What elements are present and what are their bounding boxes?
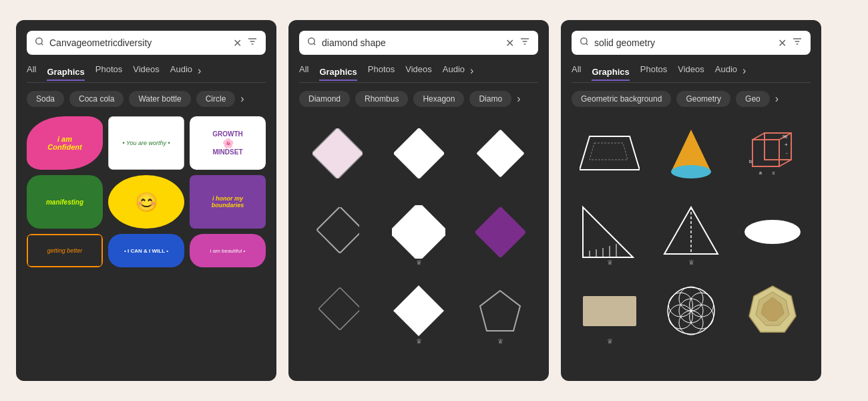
tab-videos-3[interactable]: Videos — [678, 64, 704, 77]
sticker-getting-better[interactable]: getting better — [27, 234, 103, 267]
tabs-more-2[interactable]: › — [470, 65, 473, 77]
geo-cell-triangle-ruler[interactable]: ♛ — [572, 195, 648, 269]
search-bar-2: ✕ — [299, 31, 538, 55]
search-input-3[interactable] — [594, 37, 773, 48]
sticker-confident-label: i amConfident — [27, 116, 103, 170]
clear-icon-2[interactable]: ✕ — [505, 37, 514, 49]
chip-diamo[interactable]: Diamo — [469, 91, 511, 107]
chips-more-2[interactable]: › — [517, 93, 520, 105]
chip-rhombus[interactable]: Rhombus — [355, 91, 408, 107]
tab-all-1[interactable]: All — [27, 64, 36, 77]
tabs-more-3[interactable]: › — [742, 65, 746, 77]
chip-soda[interactable]: Soda — [27, 91, 64, 107]
diamond-cell-7[interactable] — [299, 274, 375, 348]
sticker-worthy-label: • You are worthy • — [108, 116, 184, 170]
tab-photos-2[interactable]: Photos — [368, 64, 395, 77]
diamond-svg-6 — [475, 207, 525, 257]
filter-icon-3[interactable] — [792, 36, 803, 49]
geo-cell-trapezoid[interactable] — [572, 116, 648, 190]
crown-badge-9: ♛ — [497, 338, 503, 345]
diamond-svg-1 — [312, 128, 363, 178]
cone-svg — [664, 126, 718, 180]
diamond-svg-8 — [392, 284, 445, 338]
diamond-cell-9[interactable]: ♛ — [462, 274, 538, 348]
sticker-worthy[interactable]: • You are worthy • — [108, 116, 184, 170]
tab-audio-1[interactable]: Audio — [170, 64, 192, 77]
filter-chips-2: Diamond Rhombus Hexagon Diamo › — [299, 91, 538, 107]
diamond-cell-6[interactable] — [462, 195, 538, 269]
tab-audio-2[interactable]: Audio — [443, 64, 465, 77]
search-input-2[interactable] — [322, 37, 500, 48]
chip-hexagon[interactable]: Hexagon — [413, 91, 464, 107]
geo-cell-dodecahedron[interactable] — [734, 274, 811, 348]
chips-more-3[interactable]: › — [775, 93, 779, 105]
stickers-grid-area: i amConfident • You are worthy • GROWTH … — [27, 116, 266, 370]
geo-cell-flower[interactable] — [653, 274, 729, 348]
geo-cell-rectangle[interactable]: ♛ — [572, 274, 648, 348]
diamond-svg-4 — [316, 207, 359, 257]
filter-icon-2[interactable] — [519, 36, 530, 49]
svg-text:b: b — [749, 159, 752, 164]
diamond-svg-9 — [477, 287, 523, 334]
tab-photos-3[interactable]: Photos — [640, 64, 667, 77]
tab-audio-3[interactable]: Audio — [715, 64, 737, 77]
chip-geometry[interactable]: Geometry — [676, 91, 730, 107]
geo-cell-ellipse[interactable] — [734, 195, 811, 269]
search-icon — [35, 37, 44, 49]
diamond-cell-2[interactable] — [381, 116, 457, 190]
geo-cell-cube-math[interactable]: % + - b a c — [734, 116, 811, 190]
svg-rect-48 — [583, 296, 636, 326]
sticker-manifesting[interactable]: manifesting — [27, 175, 103, 229]
chips-more-1[interactable]: › — [240, 93, 244, 105]
tab-photos-1[interactable]: Photos — [95, 64, 122, 77]
svg-marker-16 — [480, 291, 520, 331]
chip-geometric-bg[interactable]: Geometric background — [572, 91, 671, 107]
svg-text:-: - — [786, 150, 788, 156]
sticker-growth[interactable]: GROWTH 🌸 MINDSET — [190, 116, 266, 170]
tabs-more-1[interactable]: › — [198, 65, 201, 77]
tab-graphics-1[interactable]: Graphics — [47, 67, 84, 81]
svg-text:+: + — [785, 142, 788, 148]
tab-videos-1[interactable]: Videos — [133, 64, 160, 77]
diamond-cell-1[interactable] — [299, 116, 375, 190]
svg-rect-10 — [476, 129, 524, 177]
svg-text:a: a — [759, 170, 762, 175]
chip-water-bottle[interactable]: Water bottle — [129, 91, 190, 107]
chip-coca-cola[interactable]: Coca cola — [69, 91, 124, 107]
diamond-cell-3[interactable] — [462, 116, 538, 190]
sticker-can-will[interactable]: • I CAN & I WILL • — [108, 234, 184, 267]
geo-row-1: % + - b a c — [572, 116, 811, 190]
diamond-cell-4[interactable] — [299, 195, 375, 269]
sticker-boundaries[interactable]: i honor myboundaries — [190, 175, 266, 229]
tab-all-3[interactable]: All — [572, 64, 581, 77]
search-input-1[interactable] — [49, 37, 228, 48]
trapezoid-svg — [580, 130, 640, 176]
diamond-cell-5[interactable]: ♛ — [381, 195, 457, 269]
diamond-cell-8[interactable]: ♛ — [381, 274, 457, 348]
stickers-row-1: i amConfident • You are worthy • GROWTH … — [27, 116, 266, 170]
chip-diamond[interactable]: Diamond — [299, 91, 350, 107]
clear-icon-3[interactable]: ✕ — [778, 37, 787, 49]
growth-bottom: MINDSET — [213, 148, 243, 156]
sticker-smiley[interactable]: 😊 — [108, 175, 184, 229]
sticker-confident[interactable]: i amConfident — [27, 116, 103, 170]
tab-videos-2[interactable]: Videos — [405, 64, 432, 77]
panel-2: ✕ All Graphics Photos Videos Audio › Dia… — [288, 20, 549, 381]
search-icon-2 — [307, 37, 316, 49]
search-bar-1: ✕ — [27, 31, 266, 55]
panel-3: ✕ All Graphics Photos Videos Audio › Geo… — [561, 20, 821, 381]
geo-cell-cone[interactable] — [653, 116, 729, 190]
pyramid-svg — [661, 204, 721, 261]
tab-all-2[interactable]: All — [299, 64, 308, 77]
chip-circle[interactable]: Circle — [196, 91, 236, 107]
clear-icon-1[interactable]: ✕ — [233, 37, 242, 49]
dodecahedron-svg — [748, 284, 798, 338]
chip-geo[interactable]: Geo — [736, 91, 770, 107]
sticker-beautiful[interactable]: i am beautiful • — [190, 234, 266, 267]
tab-graphics-3[interactable]: Graphics — [592, 67, 629, 81]
crown-badge-ruler: ♛ — [607, 259, 613, 266]
tab-graphics-2[interactable]: Graphics — [319, 67, 357, 81]
filter-icon-1[interactable] — [247, 36, 258, 49]
geo-cell-pyramid[interactable]: ♛ — [653, 195, 729, 269]
svg-rect-8 — [312, 128, 363, 178]
